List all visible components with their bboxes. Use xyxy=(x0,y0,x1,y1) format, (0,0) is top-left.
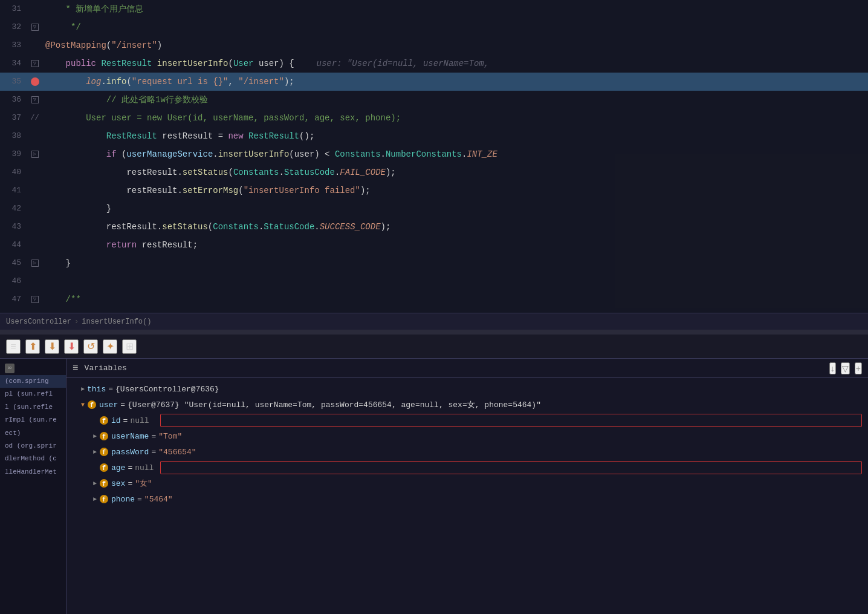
breadcrumb-class: UsersController xyxy=(6,318,71,326)
code-37: User user = new User(id, userName, passW… xyxy=(42,109,868,127)
line-num-41: 41 xyxy=(0,181,27,200)
step-over-button[interactable]: ⬆ xyxy=(25,339,40,354)
sidebar-item-0[interactable]: (com.spring xyxy=(0,375,66,388)
gutter-39: ▷ xyxy=(27,151,42,158)
line-num-46: 46 xyxy=(0,272,27,290)
code-line-47: 47 ▽ /** xyxy=(0,290,868,309)
fold-icon-32[interactable]: ▽ xyxy=(31,24,39,31)
code-line-34: 34 ▽ public RestResult insertUserInfo(Us… xyxy=(0,54,868,73)
breadcrumb: UsersController › insertUserInfo() xyxy=(0,313,868,330)
code-47: /** xyxy=(42,290,868,309)
fold-icon-36[interactable]: ▽ xyxy=(31,96,39,103)
code-38: RestResult restResult = new RestResult()… xyxy=(42,127,868,145)
var-user[interactable]: ▼ f user = {User@7637} "User(id=null, us… xyxy=(66,397,868,413)
expand-password[interactable]: ► xyxy=(91,448,99,456)
code-line-40: 40 restResult.setStatus(Constants.Status… xyxy=(0,163,868,181)
code-line-39: 39 ▷ if (userManageService.insertUserInf… xyxy=(0,145,868,163)
svg-text:f: f xyxy=(102,465,106,472)
breadcrumb-sep: › xyxy=(74,318,79,326)
expand-user[interactable]: ▼ xyxy=(79,400,87,409)
expand-username[interactable]: ► xyxy=(91,432,99,440)
var-age[interactable]: ► f age = null xyxy=(66,460,868,475)
var-id-name: id xyxy=(111,416,121,425)
variables-panel: ∞ (com.spring pl (sun.refl l (sun.refle … xyxy=(0,359,868,614)
var-id[interactable]: ► f id = null xyxy=(66,413,868,428)
fold-icon-39[interactable]: ▷ xyxy=(31,151,39,158)
code-line-45: 45 ▷ } xyxy=(0,254,868,272)
breakpoint-35[interactable] xyxy=(31,77,39,86)
code-34: public RestResult insertUserInfo(User us… xyxy=(42,54,868,73)
step-into-button[interactable]: ⬇ xyxy=(45,339,59,354)
expand-sex[interactable]: ► xyxy=(91,479,99,488)
code-line-35: 35 log.info("request url is {}", "/inser… xyxy=(0,73,868,91)
svg-text:f: f xyxy=(102,497,106,503)
resume-button[interactable]: ↺ xyxy=(83,339,98,354)
line-num-32: 32 xyxy=(0,18,27,36)
code-line-33: 33 @PostMapping("/insert") xyxy=(0,36,868,54)
code-line-43: 43 restResult.setStatus(Constants.Status… xyxy=(0,218,868,236)
var-id-value: null xyxy=(130,416,149,425)
expand-this[interactable]: ► xyxy=(79,385,87,393)
line-num-37: 37 xyxy=(0,109,27,127)
sidebar-item-3[interactable]: rImpl (sun.re xyxy=(0,414,66,426)
code-45: } xyxy=(42,254,868,272)
svg-text:f: f xyxy=(90,402,94,409)
stop-button[interactable]: ⬇ xyxy=(64,339,79,354)
sidebar-item-1[interactable]: pl (sun.refl xyxy=(0,388,66,400)
code-44: return restResult; xyxy=(42,236,868,254)
var-user-value: {User@7637} "User(id=null, userName=Tom,… xyxy=(128,399,541,410)
fold-icon-45[interactable]: ▷ xyxy=(31,260,39,267)
sidebar-item-4[interactable]: ect) xyxy=(0,427,66,440)
code-line-44: 44 return restResult; xyxy=(0,236,868,254)
expand-phone[interactable]: ► xyxy=(91,495,99,503)
code-line-31: 31 * 新增单个用户信息 xyxy=(0,0,868,18)
line-num-35: 35 xyxy=(0,73,27,91)
panel-tab-variables[interactable]: Variables xyxy=(85,364,127,373)
code-31: * 新增单个用户信息 xyxy=(42,0,868,18)
var-password[interactable]: ► f passWord = "456654" xyxy=(66,444,868,460)
var-sex[interactable]: ► f sex = "女" xyxy=(66,475,868,491)
var-password-value: "456654" xyxy=(158,448,196,457)
code-line-37: 37 // User user = new User(id, userName,… xyxy=(0,109,868,127)
line-num-40: 40 xyxy=(0,163,27,181)
line-num-38: 38 xyxy=(0,127,27,145)
var-this-name: this xyxy=(87,385,106,394)
var-user-name: user xyxy=(99,400,118,410)
var-username-name: userName xyxy=(111,432,149,441)
panel-tab-icon: ≡ xyxy=(73,363,79,374)
fold-icon-47[interactable]: ▽ xyxy=(31,296,39,303)
panel-filter-btn[interactable]: ▽ xyxy=(841,362,850,374)
table-button[interactable]: ⊞ xyxy=(122,339,137,354)
code-43: restResult.setStatus(Constants.StatusCod… xyxy=(42,218,868,236)
fold-icon-34[interactable]: ▽ xyxy=(31,60,39,67)
mute-button[interactable]: ✦ xyxy=(103,339,117,354)
line-num-31: 31 xyxy=(0,0,27,18)
line-num-43: 43 xyxy=(0,218,27,236)
sidebar-item-7[interactable]: lleHandlerMet xyxy=(0,466,66,478)
gutter-34: ▽ xyxy=(27,60,42,67)
rerun-button[interactable]: ≡ xyxy=(6,339,21,354)
breadcrumb-method: insertUserInfo() xyxy=(82,318,151,326)
code-39: if (userManageService.insertUserInfo(use… xyxy=(42,145,868,163)
var-sex-name: sex xyxy=(111,479,125,488)
sidebar-item-5[interactable]: od (org.sprir xyxy=(0,440,66,452)
var-username[interactable]: ► f userName = "Tom" xyxy=(66,428,868,444)
sidebar-item-2[interactable]: l (sun.refle xyxy=(0,401,66,414)
code-41: restResult.setErrorMsg("insertUserInfo f… xyxy=(42,181,868,200)
panel-add-btn[interactable]: + xyxy=(855,362,862,374)
sidebar-infinity[interactable]: ∞ xyxy=(0,362,66,375)
line-num-42: 42 xyxy=(0,200,27,218)
var-this[interactable]: ► this = {UsersController@7636} xyxy=(66,381,868,397)
var-phone-value: "5464" xyxy=(144,495,173,504)
line-num-39: 39 xyxy=(0,145,27,163)
panel-down-btn[interactable]: ↓ xyxy=(829,362,836,374)
svg-text:f: f xyxy=(102,481,106,488)
var-phone-name: phone xyxy=(111,495,135,504)
var-age-value: null xyxy=(135,463,154,472)
var-phone[interactable]: ► f phone = "5464" xyxy=(66,491,868,507)
svg-text:f: f xyxy=(102,418,106,425)
line-num-45: 45 xyxy=(0,254,27,272)
var-this-value: {UsersController@7636} xyxy=(115,385,219,394)
gutter-37: // xyxy=(27,109,42,127)
sidebar-item-6[interactable]: dlerMethod (c xyxy=(0,452,66,465)
